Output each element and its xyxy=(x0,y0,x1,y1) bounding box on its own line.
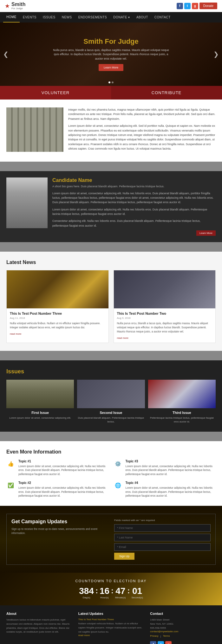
moreinfo-topic-2: Topic #2 xyxy=(18,481,109,485)
moreinfo-content-1: Topic #1 Lorem ipsum dolor sit amet, con… xyxy=(18,460,109,476)
countdown-section: COUNTDOWN TO ELECTION DAY 384 Day(s) : 1… xyxy=(0,573,222,605)
gray-divider-2 xyxy=(0,242,222,252)
issue-desc-3: Pellentesque lacinia tristique lectus, p… xyxy=(148,416,216,424)
news-section-title: Latest News xyxy=(6,260,216,265)
about-section: Integer mollis, dui nec pharetra luctus,… xyxy=(0,100,222,162)
footer-terms-link[interactable]: Terms xyxy=(163,634,170,638)
hero-dots xyxy=(108,81,114,83)
countdown-title: COUNTDOWN TO ELECTION DAY xyxy=(6,579,216,583)
countdown-timer: 384 Day(s) : 16 Hour(s) : 47 Minute(s) :… xyxy=(6,586,216,599)
issue-image-eagle xyxy=(6,380,74,408)
volunteer-button[interactable]: Volunteer xyxy=(0,86,111,100)
main-nav: HOME EVENTS ISSUES NEWS ENDORSEMENTS DON… xyxy=(0,12,222,23)
news-section: Latest News This Is Test Post Number Thr… xyxy=(0,252,222,351)
news-read-more-2[interactable]: read more xyxy=(117,337,128,339)
contribute-button[interactable]: Contribute xyxy=(111,86,222,100)
issue-name-2: Second Issue xyxy=(77,411,145,415)
about-text: Integer mollis, dui nec pharetra luctus,… xyxy=(68,107,216,154)
moreinfo-item-4: 🌐 Topic #4 Lorem ipsum dolor sit amet, c… xyxy=(114,481,216,498)
moreinfo-topic-1: Topic #1 xyxy=(18,460,109,463)
campaign-inner: Get Campaign Updates Sign up to receive … xyxy=(6,514,216,565)
hero-title: Smith For Judge xyxy=(51,37,171,46)
news-body-1: This Is Test Post Number Three Aug 11, 2… xyxy=(7,308,108,338)
moreinfo-section: Even More Information 👍 Topic #1 Lorem i… xyxy=(0,441,222,506)
facebook-icon[interactable]: f xyxy=(177,3,183,9)
footer-grid: About Vestibulum luctus mi bibendum maur… xyxy=(6,612,216,644)
nav-home[interactable]: HOME xyxy=(3,12,20,23)
candidate-bio: Lorem ipsum dolor sit amet, consectetur … xyxy=(52,191,216,228)
news-title-2: This Is Test Post Number Two xyxy=(117,312,212,315)
candidate-bio-p2: Lorem ipsum dolor sit amet, consectetur … xyxy=(52,207,216,216)
footer-address: 1489 Main StreetNew York, NY 10001 xyxy=(150,618,216,626)
issue-desc-1: Lorem ipsum dolor sit amet, consectetur … xyxy=(6,416,74,420)
footer-twitter-icon[interactable]: t xyxy=(158,641,164,644)
news-card-1: This Is Test Post Number Three Aug 11, 2… xyxy=(6,270,109,343)
logo-name: Smith xyxy=(11,2,25,7)
countdown-days-num: 384 xyxy=(79,586,94,596)
footer-about-col: About Vestibulum luctus mi bibendum maur… xyxy=(6,612,72,644)
twitter-icon[interactable]: t xyxy=(184,3,191,9)
news-excerpt-2: Nulla purus orcu, blandit a lacus quis, … xyxy=(117,321,212,333)
moreinfo-item-2: ✅ Topic #2 Lorem ipsum dolor sit amet, c… xyxy=(6,481,109,498)
candidate-tagline: A short bio goes here. Duis placerat bla… xyxy=(52,185,216,188)
suit-image xyxy=(6,177,48,228)
footer-latest-read[interactable]: read more xyxy=(78,634,144,637)
issue-image-scales xyxy=(77,380,145,408)
countdown-seconds: 01 Second(s) xyxy=(131,586,143,599)
nav-endorsements[interactable]: ENDORSEMENTS xyxy=(75,12,110,22)
logo-star-icon: ★ xyxy=(5,3,10,10)
nav-news[interactable]: NEWS xyxy=(59,12,75,22)
news-image-1 xyxy=(7,270,108,308)
countdown-sep-2: : xyxy=(111,586,114,595)
hero-prev-arrow[interactable]: ❮ xyxy=(3,50,9,58)
nav-events[interactable]: EVENTS xyxy=(20,12,40,22)
news-read-more-1[interactable]: read more xyxy=(10,332,21,335)
countdown-minutes: 47 Minute(s) xyxy=(115,586,126,599)
footer-privacy-link[interactable]: Privacy xyxy=(150,634,158,638)
issue-image-flag xyxy=(148,380,216,408)
countdown-minutes-num: 47 xyxy=(115,586,126,596)
issue-name-3: Third Issue xyxy=(148,411,216,415)
hero-dot-2[interactable] xyxy=(112,81,114,83)
moreinfo-text-3: Lorem ipsum dolor sit amet, consectetur … xyxy=(126,464,216,476)
footer-email[interactable]: contact@mywebsite.com xyxy=(150,630,216,633)
countdown-days-label: Day(s) xyxy=(79,596,94,599)
email-input[interactable] xyxy=(114,543,211,551)
moreinfo-icon-3: ⚙️ xyxy=(114,460,122,468)
moreinfo-icon-4: 🌐 xyxy=(114,481,122,490)
first-name-input[interactable] xyxy=(114,524,211,532)
columns-image xyxy=(6,107,63,152)
donate-button[interactable]: Donate xyxy=(199,3,217,9)
moreinfo-content-2: Topic #2 Lorem ipsum dolor sit amet, con… xyxy=(18,481,109,498)
moreinfo-grid: 👍 Topic #1 Lorem ipsum dolor sit amet, c… xyxy=(6,460,216,498)
hero-content: Smith For Judge Nulla purus arcu, blandi… xyxy=(51,37,171,71)
countdown-hours: 16 Hour(s) xyxy=(100,586,109,599)
hero-dot-1[interactable] xyxy=(108,81,110,83)
candidate-learn-more-button[interactable]: Learn More xyxy=(196,230,216,236)
nav-issues[interactable]: ISSUES xyxy=(40,12,59,22)
hero-section: ❮ Smith For Judge Nulla purus arcu, blan… xyxy=(0,23,222,86)
signup-button[interactable]: Sign Up xyxy=(114,553,134,560)
hero-next-arrow[interactable]: ❯ xyxy=(213,50,219,58)
nav-contact[interactable]: CONTACT xyxy=(151,12,174,22)
footer-googleplus-icon[interactable]: g xyxy=(165,641,172,644)
footer-link-sep: | xyxy=(160,634,161,639)
gray-divider-4 xyxy=(0,432,222,441)
cta-row: Volunteer Contribute xyxy=(0,86,222,100)
footer-facebook-icon[interactable]: f xyxy=(150,641,156,644)
last-name-input[interactable] xyxy=(114,534,211,541)
footer-latest-text: Nullam volutpat vehicula finibus. Nullam… xyxy=(78,622,144,634)
footer-latest-link[interactable]: This Is Test Post Number Three xyxy=(78,618,144,621)
issue-card-3: Third Issue Pellentesque lacinia tristiq… xyxy=(148,380,216,424)
moreinfo-content-3: Topic #3 Lorem ipsum dolor sit amet, con… xyxy=(126,460,216,476)
googleplus-icon[interactable]: g xyxy=(192,3,198,9)
campaign-note: Fields marked with an * are required xyxy=(114,519,211,522)
nav-about[interactable]: ABOUT xyxy=(133,12,151,22)
countdown-sep-1: : xyxy=(95,586,98,595)
candidate-info: Candidate Name A short bio goes here. Du… xyxy=(52,177,216,236)
issues-section-title: Issues xyxy=(6,368,216,375)
moreinfo-item-3: ⚙️ Topic #3 Lorem ipsum dolor sit amet, … xyxy=(114,460,216,476)
hero-learn-more-button[interactable]: Learn More xyxy=(99,64,123,71)
about-paragraph-2: Lorem ipsum dolor sit amet, consectetur … xyxy=(68,124,216,151)
nav-donate[interactable]: DONATE ▾ xyxy=(110,12,133,22)
